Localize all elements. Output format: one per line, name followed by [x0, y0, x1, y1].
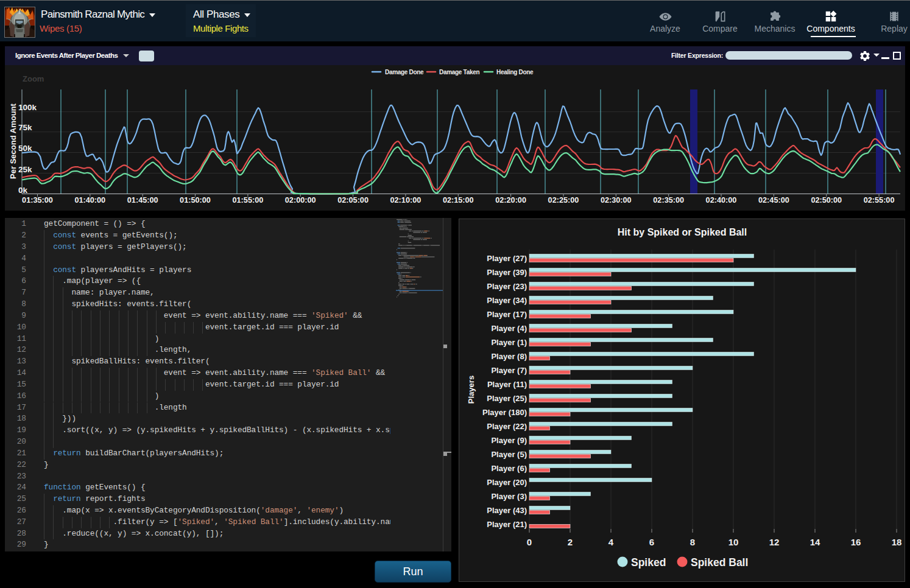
svg-text:0k: 0k	[18, 186, 28, 195]
svg-text:6: 6	[649, 537, 654, 547]
svg-text:02:10:00: 02:10:00	[390, 196, 421, 205]
svg-text:Healing Done: Healing Done	[496, 69, 534, 75]
svg-text:01:50:00: 01:50:00	[180, 196, 211, 205]
svg-text:01:35:00: 01:35:00	[22, 196, 53, 205]
svg-text:Player (11): Player (11)	[487, 380, 527, 389]
svg-text:02:40:00: 02:40:00	[706, 196, 737, 205]
svg-text:Spiked Ball: Spiked Ball	[691, 556, 748, 569]
svg-text:Player (7): Player (7)	[491, 366, 527, 375]
svg-text:Player (23): Player (23)	[487, 282, 527, 291]
svg-text:Player (20): Player (20)	[487, 478, 527, 487]
svg-text:02:00:00: 02:00:00	[285, 196, 316, 205]
svg-text:Player (9): Player (9)	[491, 436, 527, 445]
svg-text:02:05:00: 02:05:00	[337, 196, 369, 205]
svg-text:Player (22): Player (22)	[487, 422, 527, 431]
svg-text:4: 4	[608, 537, 614, 547]
svg-text:12: 12	[769, 537, 780, 547]
svg-text:100k: 100k	[18, 103, 37, 112]
svg-text:Player (39): Player (39)	[487, 268, 527, 277]
svg-text:8: 8	[690, 537, 695, 547]
svg-text:02:25:00: 02:25:00	[548, 196, 579, 205]
svg-text:Player (43): Player (43)	[487, 506, 527, 515]
svg-text:2: 2	[568, 537, 573, 547]
svg-text:16: 16	[851, 537, 861, 547]
svg-text:Damage Taken: Damage Taken	[439, 69, 479, 75]
svg-text:02:20:00: 02:20:00	[495, 196, 526, 205]
svg-text:Players: Players	[467, 376, 476, 404]
svg-text:Player (17): Player (17)	[487, 310, 527, 319]
svg-text:Player (6): Player (6)	[491, 464, 527, 473]
svg-text:02:15:00: 02:15:00	[443, 196, 474, 205]
svg-text:14: 14	[810, 537, 820, 547]
svg-text:02:30:00: 02:30:00	[601, 196, 632, 205]
svg-text:Player (25): Player (25)	[487, 394, 527, 403]
svg-text:25k: 25k	[18, 165, 32, 174]
svg-text:01:55:00: 01:55:00	[233, 196, 264, 205]
svg-text:Spiked: Spiked	[631, 556, 666, 569]
svg-text:02:45:00: 02:45:00	[758, 196, 789, 205]
svg-text:Player (8): Player (8)	[491, 352, 527, 361]
svg-text:02:35:00: 02:35:00	[653, 196, 684, 205]
svg-text:18: 18	[892, 537, 902, 547]
svg-text:10: 10	[728, 537, 739, 547]
svg-text:Zoom: Zoom	[23, 74, 44, 83]
svg-text:Player (5): Player (5)	[491, 450, 527, 459]
svg-text:Player (180): Player (180)	[482, 408, 527, 417]
svg-text:Player (21): Player (21)	[487, 520, 527, 529]
svg-text:Player (1): Player (1)	[491, 338, 527, 347]
svg-text:Hit by Spiked or Spiked Ball: Hit by Spiked or Spiked Ball	[618, 227, 747, 237]
svg-text:Player (3): Player (3)	[491, 492, 527, 501]
svg-text:Damage Done: Damage Done	[385, 69, 424, 75]
svg-text:02:50:00: 02:50:00	[811, 196, 842, 205]
svg-text:0: 0	[527, 537, 532, 547]
svg-text:01:45:00: 01:45:00	[127, 196, 158, 205]
svg-text:75k: 75k	[18, 123, 32, 132]
svg-text:Player (4): Player (4)	[491, 324, 527, 333]
svg-text:Per Second Amount: Per Second Amount	[9, 103, 18, 178]
svg-text:Player (34): Player (34)	[487, 296, 527, 305]
svg-text:Player (27): Player (27)	[487, 254, 527, 263]
svg-text:01:40:00: 01:40:00	[74, 196, 105, 205]
svg-text:02:55:00: 02:55:00	[864, 196, 895, 205]
